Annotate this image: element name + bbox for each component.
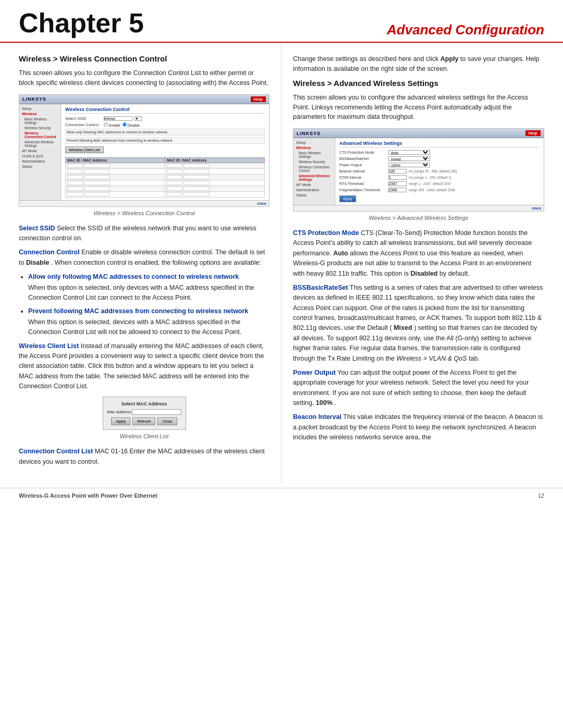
sidebar-basic-wireless[interactable]: Basic Wireless Settings [20, 117, 59, 125]
vlan-qos-link: Wireless > VLAN & QoS [397, 355, 467, 362]
wcc-prevent-text: Prevent following MAC addresses from con… [65, 137, 265, 144]
wcc-help-button[interactable]: Help [251, 96, 266, 102]
wcc-row6-col1[interactable] [66, 191, 165, 197]
sidebar-status[interactable]: Status [20, 164, 59, 169]
wcc-row1-col1[interactable] [66, 163, 165, 168]
sidebar-advanced-wireless[interactable]: Advanced Wireless Settings [20, 140, 59, 148]
wcc-mac-addr-11[interactable] [84, 192, 110, 196]
page-header: Chapter 5 Advanced Configuration [0, 0, 563, 43]
ccl-term: Connection Control List [19, 448, 93, 455]
aws-caption: Wireless > Advanced Wireless Settings [293, 215, 544, 221]
wcc-allow-text: Allow only following MAC addresses to co… [65, 129, 265, 135]
wcc-mac-addr-1[interactable] [84, 164, 110, 168]
aws-rts-hint: range 1 - 2347, default 2347 [409, 182, 451, 186]
aws-sidebar-basic[interactable]: Basic Wireless Settings [295, 151, 334, 159]
bullet1-item: Allow only following MAC addresses to co… [28, 272, 270, 302]
aws-help-button[interactable]: Help [525, 130, 541, 136]
wcc-disable-radio[interactable] [123, 122, 127, 127]
wcc-ssid-arrow[interactable] [134, 116, 142, 121]
wcc-mac-addr-9[interactable] [84, 187, 110, 191]
wcc-mac-addr-2[interactable] [183, 164, 210, 168]
aws-power-row: Power Output 100% [339, 163, 540, 167]
cisco-logo-aws: cisco [532, 206, 541, 210]
wcc-mac-id-6[interactable] [167, 175, 182, 179]
wcc-mac-id-2[interactable] [167, 164, 182, 168]
mac-close-button[interactable]: Close [157, 417, 177, 425]
aws-sidebar-wireless[interactable]: Wireless [295, 145, 334, 150]
wcc-row3-col1[interactable] [66, 174, 165, 180]
wcc-enable-radio[interactable] [104, 122, 108, 127]
wcc-mac-id-10[interactable] [167, 187, 182, 191]
wcc-mac-id-12[interactable] [167, 192, 182, 196]
mac-apply-button[interactable]: Apply [111, 417, 130, 425]
wcc-mac-id-7[interactable] [67, 181, 83, 185]
wcc-ssid-input[interactable] [104, 116, 132, 121]
aws-power-select[interactable]: 100% [388, 163, 430, 167]
wcc-mac-id-1[interactable] [67, 164, 83, 168]
wcc-row5-col1[interactable] [66, 186, 165, 191]
wcc-row3-col2[interactable] [165, 174, 265, 180]
aws-rts-input[interactable] [388, 181, 407, 186]
mac-address-input[interactable] [132, 409, 181, 415]
sidebar-ap-mode[interactable]: AP Mode [20, 149, 59, 153]
aws-sidebar-status[interactable]: Status [295, 193, 334, 198]
wcc-col2-header: MAC ID / MAC Address [165, 157, 265, 163]
wcc-row2-col2[interactable] [165, 168, 265, 174]
aws-sidebar-ap-mode[interactable]: AP Mode [295, 182, 334, 187]
aws-dtim-input[interactable] [388, 175, 407, 180]
sidebar-wireless[interactable]: Wireless [20, 112, 59, 116]
aws-sidebar-vlan[interactable]: Administration [295, 188, 334, 192]
aws-sidebar-conn-ctrl[interactable]: Wireless Connection Control [295, 165, 334, 173]
aws-apply-button[interactable]: Apply [339, 195, 356, 202]
aws-frag-input[interactable] [388, 188, 407, 192]
aws-sidebar-security[interactable]: Wireless Security [295, 159, 334, 164]
wcc-mac-id-9[interactable] [67, 187, 83, 191]
wcc-row1-col2[interactable] [165, 163, 265, 168]
wcc-mac-id-8[interactable] [167, 181, 182, 185]
aws-sidebar-advanced[interactable]: Advanced Wireless Settings [295, 174, 334, 182]
left-column: Wireless > Wireless Connection Control T… [0, 43, 282, 483]
aws-sidebar-setup[interactable]: Setup [295, 140, 334, 145]
wcc-mac-addr-6[interactable] [183, 175, 210, 179]
sidebar-wireless-security[interactable]: Wireless Security [20, 126, 59, 130]
wcc-mac-addr-7[interactable] [84, 181, 110, 185]
wcc-mac-addr-5[interactable] [84, 175, 110, 179]
linksys-logo-wcc: LINKSYS [22, 96, 46, 102]
wcc-mac-addr-4[interactable] [183, 169, 210, 174]
wcc-row5-col2[interactable] [165, 186, 265, 191]
wcc-mac-addr-10[interactable] [183, 187, 210, 191]
aws-bss-select[interactable]: mixed [388, 156, 430, 161]
wcc-mac-id-5[interactable] [67, 175, 83, 179]
wcc-wireless-client-list-btn[interactable]: Wireless Client List [65, 146, 104, 153]
sidebar-administration[interactable]: Administration [20, 159, 59, 164]
sidebar-wireless-connection-control[interactable]: Wireless Connection Control [20, 131, 59, 139]
wcc-mac-addr-8[interactable] [183, 181, 210, 185]
wcc-mac-addr-12[interactable] [183, 192, 210, 196]
mac-dialog-caption: Wireless Client List [19, 433, 270, 439]
wcc-row4-col1[interactable] [66, 180, 165, 186]
wcc-row4-col2[interactable] [165, 180, 265, 186]
aws-beacon-hint: ms (range 20 - 999, default 100) [409, 169, 457, 173]
wcc-mac-id-11[interactable] [67, 192, 83, 196]
wcc-connection-control-row: Connection Control Enable Disable [65, 122, 265, 127]
aws-dtim-hint: ms (range 1 - 255, default 1) [409, 176, 451, 179]
sidebar-vlan-qos[interactable]: VLAN & QoS [20, 154, 59, 158]
aws-bss-label: BSSBasicRateSet [339, 157, 386, 161]
sidebar-setup[interactable]: Setup [20, 106, 59, 111]
wcc-row2-col1[interactable] [66, 168, 165, 174]
aws-beacon-input[interactable] [388, 169, 407, 174]
aws-ui-header: LINKSYS Help [293, 129, 544, 138]
disable-word: Disable [26, 259, 49, 266]
aws-frag-row: Fragmentation Threshold range 256 - 2346… [339, 188, 540, 192]
wcc-mac-id-3[interactable] [67, 169, 83, 174]
aws-frag-hint: range 256 - 2346, default 2346 [409, 188, 455, 192]
wcc-ui-header: LINKSYS Help [19, 95, 269, 104]
aws-cts-select[interactable]: Auto [388, 150, 430, 155]
wcc-mac-addr-3[interactable] [84, 169, 110, 174]
aws-power-label: Power Output [339, 163, 386, 167]
right-column: Change these settings as described here … [282, 43, 563, 483]
wcc-mac-id-4[interactable] [167, 169, 182, 174]
aws-frag-label: Fragmentation Threshold [339, 188, 386, 192]
mac-refresh-button[interactable]: Refresh [132, 417, 155, 425]
wcc-row6-col2[interactable] [165, 191, 265, 197]
